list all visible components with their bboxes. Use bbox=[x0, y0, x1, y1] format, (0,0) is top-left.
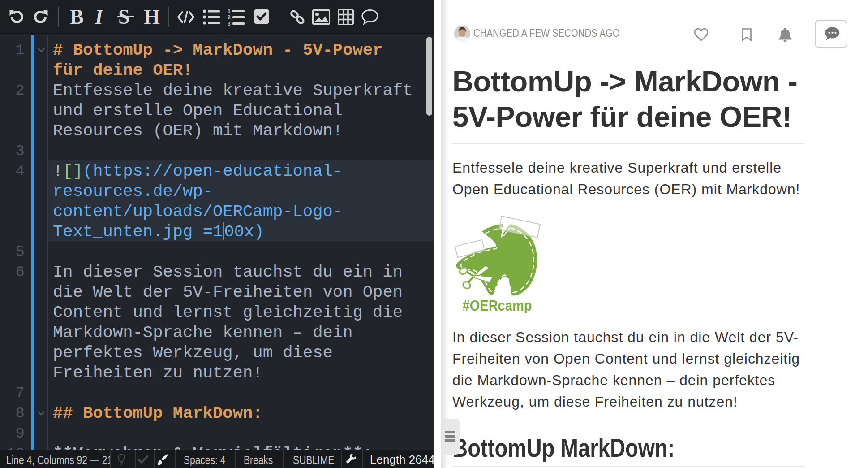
svg-text:3: 3 bbox=[228, 21, 231, 26]
svg-text:#OERcamp: #OERcamp bbox=[463, 297, 532, 313]
svg-text:2: 2 bbox=[228, 14, 231, 21]
svg-text:1: 1 bbox=[228, 8, 231, 14]
